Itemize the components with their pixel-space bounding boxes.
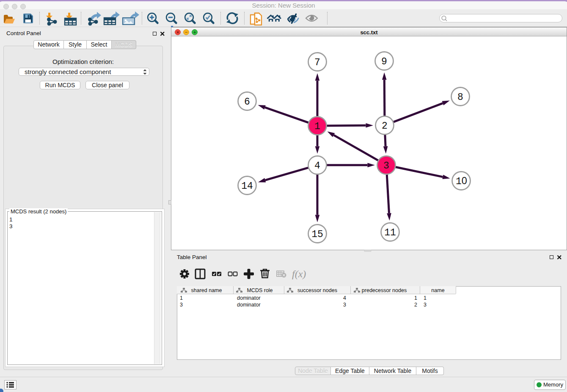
svg-text:shared name: shared name bbox=[191, 287, 222, 293]
svg-text:3: 3 bbox=[343, 302, 346, 308]
svg-text:successor nodes: successor nodes bbox=[297, 287, 337, 293]
svg-text:dominator: dominator bbox=[237, 295, 261, 301]
svg-text:6: 6 bbox=[244, 97, 250, 108]
svg-text:3: 3 bbox=[424, 302, 427, 308]
svg-text:11: 11 bbox=[384, 227, 396, 238]
svg-text:4: 4 bbox=[343, 295, 346, 301]
svg-text:2: 2 bbox=[382, 121, 388, 132]
svg-text:3: 3 bbox=[383, 160, 389, 171]
svg-text:7: 7 bbox=[314, 57, 320, 68]
svg-text:2: 2 bbox=[414, 302, 417, 308]
svg-text:predecessor nodes: predecessor nodes bbox=[362, 287, 407, 293]
svg-text:9: 9 bbox=[381, 56, 387, 67]
svg-text:10: 10 bbox=[456, 175, 467, 187]
svg-text:14: 14 bbox=[241, 181, 253, 192]
svg-text:dominator: dominator bbox=[237, 302, 261, 308]
svg-text:8: 8 bbox=[457, 92, 463, 103]
svg-text:15: 15 bbox=[311, 229, 323, 240]
svg-text:1: 1 bbox=[424, 295, 427, 301]
svg-text:name: name bbox=[431, 287, 444, 293]
svg-text:MCDS role: MCDS role bbox=[247, 287, 272, 293]
svg-text:1: 1 bbox=[314, 121, 320, 132]
svg-text:3: 3 bbox=[180, 302, 183, 308]
svg-text:4: 4 bbox=[314, 160, 320, 171]
svg-text:f(x): f(x) bbox=[292, 268, 306, 279]
svg-text:1: 1 bbox=[180, 295, 183, 301]
svg-text:1: 1 bbox=[414, 295, 417, 301]
